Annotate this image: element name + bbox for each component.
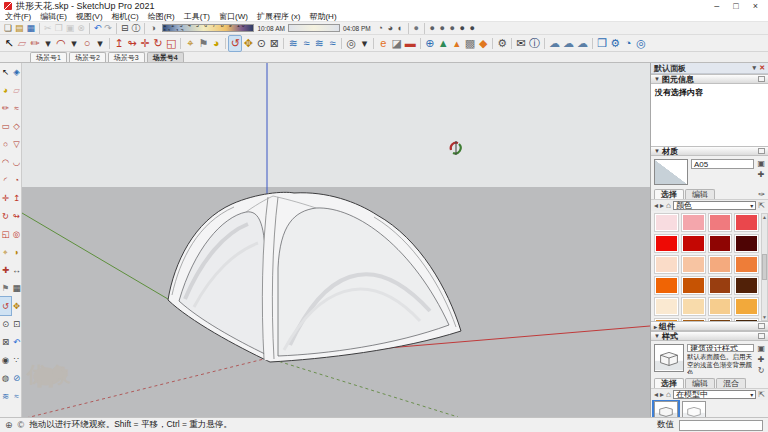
print-icon[interactable]: ⊟ <box>120 22 130 34</box>
new-icon[interactable]: ❏ <box>3 22 13 34</box>
polygon-icon[interactable]: ▽ <box>11 135 22 153</box>
material-collection-dropdown[interactable]: 颜色 ▾ <box>673 201 756 210</box>
plugin-red-bar-icon[interactable]: ▬ <box>404 36 417 51</box>
measurement-input[interactable] <box>679 420 763 431</box>
scene-tab[interactable]: 场景号2 <box>69 52 106 62</box>
tape-measure-icon[interactable]: ⌖ <box>184 36 196 51</box>
color-swatch[interactable] <box>681 255 706 274</box>
style-monochrome-icon[interactable]: ● <box>468 22 477 34</box>
home-icon[interactable]: ⌂ <box>666 201 671 210</box>
circle-icon[interactable]: ○ <box>0 135 11 153</box>
separator[interactable] <box>89 23 90 34</box>
plugin-gear-icon[interactable]: ⚙ <box>496 36 508 51</box>
text-icon[interactable]: ⚑ <box>197 36 209 51</box>
two-point-arc-icon[interactable]: ◡ <box>11 153 22 171</box>
delete-icon[interactable]: ⊗ <box>76 22 86 34</box>
paste-icon[interactable]: ▣ <box>65 22 76 34</box>
rotated-rectangle-icon[interactable]: ◇ <box>11 117 22 135</box>
color-swatch[interactable] <box>708 297 733 316</box>
shadow-toggle-icon[interactable]: ◑ <box>148 22 157 34</box>
plugin-mail-icon[interactable]: ✉ <box>515 36 527 51</box>
open-icon[interactable]: ▤ <box>14 22 25 34</box>
zoom-extents-icon[interactable]: ⊠ <box>0 333 11 351</box>
zoom-extents-icon[interactable]: ⊠ <box>268 36 280 51</box>
styles-header[interactable]: ▼ 样式 <box>651 331 768 341</box>
shadow-date-slider[interactable] <box>288 24 340 32</box>
sandbox-contours-icon[interactable]: ≋ <box>0 387 11 405</box>
separator[interactable] <box>373 38 374 49</box>
forward-icon[interactable]: ▸ <box>660 390 664 399</box>
color-swatch[interactable] <box>681 276 706 295</box>
separator[interactable] <box>492 38 493 49</box>
separator[interactable] <box>544 38 545 49</box>
render-e-icon[interactable]: e <box>377 36 389 51</box>
separator[interactable] <box>144 23 145 34</box>
color-swatch[interactable] <box>734 276 759 295</box>
material-preview[interactable] <box>654 159 688 185</box>
separator[interactable] <box>180 38 181 49</box>
color-swatch[interactable] <box>708 276 733 295</box>
tray-close-icon[interactable]: ✕ <box>759 64 765 72</box>
rectangle-icon[interactable]: ▭ <box>0 117 11 135</box>
menu-item[interactable]: 窗口(W) <box>219 11 248 22</box>
sample-style-icon[interactable]: ⇱ <box>758 390 765 399</box>
line-icon[interactable]: ✏ <box>29 36 41 51</box>
follow-me-icon[interactable]: ↬ <box>11 207 22 225</box>
plugin-info-icon[interactable]: ⓘ <box>528 36 541 51</box>
sandbox-contours-icon[interactable]: ≋ <box>287 36 299 51</box>
shapes-icon[interactable]: ○ <box>81 36 93 51</box>
color-swatch[interactable] <box>708 234 733 253</box>
arc-icon[interactable]: ◠ <box>0 153 11 171</box>
back-icon[interactable]: ◂ <box>654 390 658 399</box>
display-pane-icon[interactable]: ▣ <box>757 159 765 168</box>
save-icon[interactable]: ▦ <box>26 22 37 34</box>
orbit-icon[interactable]: ↺ <box>229 36 241 51</box>
style-hidden-line-icon[interactable]: ● <box>448 22 457 34</box>
target-tool-icon[interactable]: ◎ <box>635 36 647 51</box>
menu-item[interactable]: 扩展程序 (x) <box>257 11 301 22</box>
color-swatch[interactable] <box>708 255 733 274</box>
color-swatch[interactable] <box>734 234 759 253</box>
previous-icon[interactable]: ↶ <box>11 333 22 351</box>
plugin-section-icon[interactable]: ◪ <box>390 36 402 51</box>
menu-item[interactable]: 帮助(H) <box>309 11 336 22</box>
color-swatch[interactable] <box>654 213 679 232</box>
protractor-icon[interactable]: ◗ <box>11 243 22 261</box>
menu-item[interactable]: 文件(F) <box>5 11 31 22</box>
paint-bucket-icon[interactable]: ◕ <box>0 81 11 99</box>
follow-me-icon[interactable]: ↬ <box>126 36 138 51</box>
styles-dropdown-icon[interactable]: ◎ <box>345 36 357 51</box>
color-swatch[interactable] <box>681 213 706 232</box>
style-thumbnail[interactable] <box>654 401 678 417</box>
position-camera-icon[interactable]: ◉ <box>0 351 11 369</box>
rotate-icon[interactable]: ↻ <box>0 207 11 225</box>
eraser-icon[interactable]: ▱ <box>16 36 28 51</box>
menu-item[interactable]: 工具(T) <box>184 11 210 22</box>
scroll-up-icon[interactable]: ▲ <box>762 214 767 220</box>
section-collapse-icon[interactable] <box>758 148 765 154</box>
swatch-scrollbar[interactable]: ▲ ▼ <box>761 213 768 321</box>
eraser-icon[interactable]: ▱ <box>11 81 22 99</box>
color-swatch[interactable] <box>654 276 679 295</box>
style-name-field[interactable]: 建筑设计样式 <box>687 344 754 352</box>
menu-item[interactable]: 视图(V) <box>76 11 103 22</box>
style-thumbnail[interactable] <box>682 401 706 417</box>
plugin-diamond-icon[interactable]: ◆ <box>477 36 489 51</box>
color-swatch[interactable] <box>734 255 759 274</box>
3d-text-icon[interactable]: ▦ <box>11 279 22 297</box>
dial-icon-3[interactable]: ◐ <box>396 22 405 34</box>
separator[interactable] <box>116 23 117 34</box>
make-component-icon[interactable]: ◈ <box>11 63 22 81</box>
arc-icon[interactable]: ◠ <box>55 36 67 51</box>
credits-icon[interactable]: © <box>18 420 25 430</box>
color-swatch[interactable] <box>734 213 759 232</box>
menu-item[interactable]: 相机(C) <box>112 11 139 22</box>
style-wireframe-icon[interactable]: ● <box>438 22 447 34</box>
style-back-edges-icon[interactable]: ● <box>428 22 437 34</box>
viewport-3d[interactable]: 优象 <box>22 63 650 417</box>
color-swatch[interactable] <box>734 297 759 316</box>
style-shaded-icon[interactable]: ● <box>458 22 467 34</box>
separator[interactable] <box>408 23 409 34</box>
eyedropper-icon[interactable]: ✑ <box>758 190 765 199</box>
section-plane-icon[interactable]: ⊘ <box>11 369 22 387</box>
